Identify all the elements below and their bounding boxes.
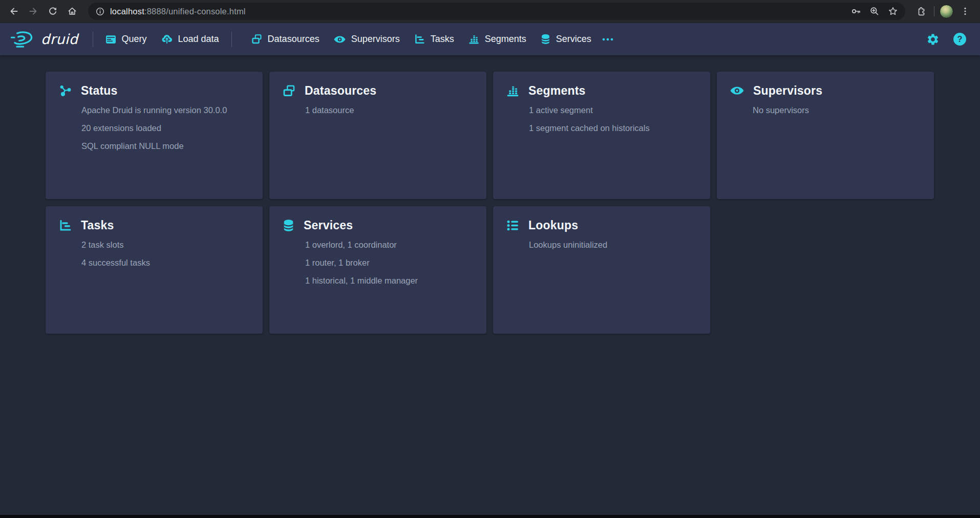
url-bar[interactable]: localhost:8888/unified-console.html: [88, 3, 905, 20]
stacked-chart-icon: [468, 34, 479, 45]
window-edge: [0, 515, 980, 518]
nav-item-label: Datasources: [268, 34, 319, 45]
cloud-upload-icon: [161, 34, 173, 45]
gantt-icon: [59, 219, 72, 232]
card-line: Apache Druid is running version 30.0.0: [81, 101, 249, 119]
card-line: Lookups uninitialized: [529, 236, 697, 254]
gear-icon: [926, 33, 940, 46]
nav-item-services[interactable]: Services: [534, 29, 599, 49]
graph-icon: [59, 84, 72, 97]
card-line: 1 historical, 1 middle manager: [305, 272, 473, 290]
card-line: 1 active segment: [529, 101, 697, 119]
settings-button[interactable]: [924, 30, 942, 49]
toolbar-divider: [934, 6, 934, 16]
card-title: Supervisors: [753, 84, 822, 98]
url-text[interactable]: localhost:8888/unified-console.html: [110, 7, 848, 16]
datasources-card[interactable]: Datasources 1 datasource: [269, 72, 486, 199]
navbar-divider: [93, 32, 93, 47]
nav-item-supervisors[interactable]: Supervisors: [327, 29, 407, 49]
more-icon: [602, 37, 614, 41]
reload-icon: [48, 6, 58, 16]
home-button[interactable]: [62, 2, 82, 21]
svg-text:?: ?: [957, 34, 962, 44]
card-line: 4 successful tasks: [81, 254, 249, 272]
puzzle-icon: [916, 6, 927, 17]
nav-item-label: Supervisors: [351, 34, 400, 45]
services-card[interactable]: Services 1 overlord, 1 coordinator 1 rou…: [269, 206, 486, 334]
dashboard-grid: Status Apache Druid is running version 3…: [0, 55, 980, 334]
card-line: 1 datasource: [305, 101, 473, 119]
nav-item-query[interactable]: Query: [98, 29, 154, 49]
druid-logo-icon: [10, 30, 35, 49]
zoom-button[interactable]: [866, 3, 883, 19]
card-line: 2 task slots: [81, 236, 249, 254]
site-info-icon[interactable]: [95, 7, 105, 16]
home-icon: [67, 6, 77, 16]
navbar-divider: [231, 32, 232, 47]
extensions-button[interactable]: [911, 2, 931, 21]
help-icon: ?: [953, 32, 967, 46]
key-icon: [851, 6, 861, 16]
nav-item-segments[interactable]: Segments: [461, 29, 534, 49]
card-title: Services: [304, 219, 353, 232]
nav-item-label: Tasks: [431, 34, 454, 45]
card-line: 1 router, 1 broker: [305, 254, 473, 272]
card-title: Datasources: [305, 84, 376, 98]
status-card[interactable]: Status Apache Druid is running version 3…: [46, 72, 263, 199]
zoom-in-icon: [869, 6, 880, 16]
list-icon: [506, 220, 519, 231]
card-title: Lookups: [528, 219, 578, 232]
forward-icon: [28, 6, 38, 16]
nav-item-label: Load data: [178, 34, 219, 45]
nav-item-load-data[interactable]: Load data: [154, 29, 226, 49]
gantt-icon: [414, 34, 425, 45]
card-title: Status: [81, 84, 118, 98]
reload-button[interactable]: [43, 2, 62, 21]
tasks-card[interactable]: Tasks 2 task slots 4 successful tasks: [46, 206, 263, 334]
database-icon: [283, 219, 294, 232]
nav-more-button[interactable]: [599, 30, 617, 49]
browser-toolbar: localhost:8888/unified-console.html: [0, 0, 980, 23]
nav-item-label: Query: [122, 34, 147, 45]
eye-icon: [730, 86, 744, 95]
nav-item-label: Segments: [485, 34, 526, 45]
url-path: :8888/unified-console.html: [144, 7, 246, 16]
lookups-card[interactable]: Lookups Lookups uninitialized: [493, 206, 710, 334]
druid-home-button[interactable]: druid: [10, 30, 88, 49]
url-host: localhost: [110, 7, 144, 16]
card-line: 1 overlord, 1 coordinator: [305, 236, 473, 254]
layers-icon: [251, 34, 262, 45]
stacked-chart-icon: [506, 84, 519, 97]
nav-item-label: Services: [556, 34, 591, 45]
database-icon: [541, 34, 550, 45]
layers-icon: [283, 84, 295, 97]
card-title: Tasks: [81, 219, 114, 232]
star-icon: [888, 6, 898, 16]
supervisors-card[interactable]: Supervisors No supervisors: [717, 72, 934, 199]
card-line: SQL compliant NULL mode: [81, 137, 249, 155]
card-line: 20 extensions loaded: [81, 119, 249, 137]
help-button[interactable]: ?: [950, 30, 969, 49]
brand-name: druid: [41, 31, 78, 47]
eye-icon: [334, 35, 346, 44]
nav-item-tasks[interactable]: Tasks: [407, 29, 461, 49]
card-line: 1 segment cached on historicals: [529, 119, 697, 137]
kebab-menu-icon: [961, 7, 970, 16]
query-icon: [105, 34, 116, 45]
segments-card[interactable]: Segments 1 active segment 1 segment cach…: [493, 72, 710, 199]
bookmark-button[interactable]: [885, 3, 901, 19]
password-manager-button[interactable]: [848, 3, 864, 19]
back-icon: [9, 6, 19, 16]
forward-button[interactable]: [24, 2, 43, 21]
back-button[interactable]: [4, 2, 24, 21]
app-navbar: druid Query Load data Datasources: [0, 23, 980, 55]
card-line: No supervisors: [753, 101, 921, 119]
browser-menu-button[interactable]: [955, 2, 975, 21]
nav-item-datasources[interactable]: Datasources: [244, 29, 327, 49]
card-title: Segments: [528, 84, 586, 98]
profile-avatar[interactable]: [940, 5, 953, 18]
